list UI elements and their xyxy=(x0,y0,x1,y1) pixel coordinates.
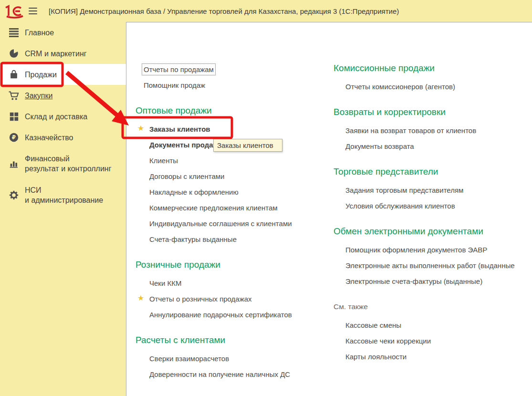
group-header-sm-takzhe: См. также xyxy=(334,302,529,312)
command-zayavki-na-vozvrat[interactable]: Заявки на возврат товаров от клиентов xyxy=(334,127,529,135)
sidebar-item-crm[interactable]: CRM и маркетинг xyxy=(0,43,126,64)
currency-icon: ₽ xyxy=(8,132,20,143)
group-header-obmen-elektronnymi-dokumentami: Обмен электронными документами xyxy=(334,226,529,236)
command-pomoshchnik-eavr[interactable]: Помощник оформления документов ЭАВР xyxy=(334,246,529,254)
group-header-torgovye-predstaviteli: Торговые представители xyxy=(334,167,529,177)
sidebar-item-prodazhi[interactable]: Продажи xyxy=(0,64,126,85)
group-header-roznichnye-prodazhi: Розничные продажи xyxy=(136,260,331,270)
section-panel: Главное CRM и маркетинг Продажи Закупки xyxy=(0,22,126,396)
command-pomoshchnik-prodazh[interactable]: Помощник продаж xyxy=(136,82,331,89)
group-header-raschety-s-klientami: Расчеты с клиентами xyxy=(136,335,331,345)
command-otchety-komissionerov[interactable]: Отчеты комиссионеров (агентов) xyxy=(334,83,529,91)
sidebar-item-nsi-administrirovanie[interactable]: НСИи администрирование xyxy=(0,179,126,211)
svg-text:₽: ₽ xyxy=(12,134,16,141)
group-header-komissionnye-prodazhi: Комиссионные продажи xyxy=(334,63,529,73)
command-individualnye-soglasheniya[interactable]: Индивидуальные соглашения с клиентами xyxy=(136,220,331,228)
section-function-panel: Отчеты по продажам Помощник продаж Оптов… xyxy=(126,22,532,396)
right-column: Комиссионные продажи Отчеты комиссионеро… xyxy=(334,63,529,369)
tooltip: Заказы клиентов xyxy=(213,139,282,152)
command-dogovory-s-klientami[interactable]: Договоры с клиентами xyxy=(136,173,331,180)
command-kommercheskie-predlozheniya[interactable]: Коммерческие предложения клиентам xyxy=(136,204,331,212)
sidebar-item-sklad[interactable]: Склад и доставка xyxy=(0,106,126,127)
command-zakazy-klientov[interactable]: ★Заказы клиентов xyxy=(136,125,331,133)
command-scheta-faktury-vydannye[interactable]: Счета-фактуры выданные xyxy=(136,236,331,243)
command-zadaniya-torgovym-predstavitelyam[interactable]: Задания торговым представителям xyxy=(334,187,529,194)
command-cheki-kkm[interactable]: Чеки ККМ xyxy=(136,280,331,287)
command-elektronnye-scheta-faktury[interactable]: Электронные счета-фактуры (выданные) xyxy=(334,278,529,285)
command-annulirovanie-sertifikatov[interactable]: Аннулирование подарочных сертификатов xyxy=(136,311,331,319)
sidebar-item-glavnoe[interactable]: Главное xyxy=(0,22,126,43)
command-dokumenty-vozvrata[interactable]: Документы возврата xyxy=(334,143,529,150)
1c-logo xyxy=(4,3,25,19)
command-doverennosti[interactable]: Доверенности на получение наличных ДС xyxy=(136,371,331,378)
app-window: [КОПИЯ] Демонстрационная база / Управлен… xyxy=(0,0,532,396)
bar-chart-icon xyxy=(8,158,20,169)
window-title: [КОПИЯ] Демонстрационная база / Управлен… xyxy=(49,7,399,15)
favorite-star-icon[interactable]: ★ xyxy=(137,125,144,132)
grid-icon xyxy=(8,111,20,122)
shopping-bag-icon xyxy=(8,69,20,80)
command-otchety-po-prodazham[interactable]: Отчеты по продажам xyxy=(136,66,331,73)
command-elektronnye-akty[interactable]: Электронные акты выполненных работ (выда… xyxy=(334,262,529,270)
sidebar-item-finansovyy-rezultat[interactable]: Финансовыйрезультат и контроллинг xyxy=(0,148,126,179)
top-bar: [КОПИЯ] Демонстрационная база / Управлен… xyxy=(0,0,532,22)
gear-icon xyxy=(8,189,20,201)
main-menu-icon[interactable] xyxy=(29,8,37,14)
command-karty-loyalnosti[interactable]: Карты лояльности xyxy=(334,353,529,361)
favorite-star-icon[interactable]: ★ xyxy=(137,294,144,302)
command-nakladnye-k-oformleniyu[interactable]: Накладные к оформлению xyxy=(136,188,331,196)
group-header-vozvraty-i-korrektirovki: Возвраты и корректировки xyxy=(334,107,529,117)
sidebar-item-kaznacheystvo[interactable]: ₽ Казначейство xyxy=(0,127,126,148)
sidebar-item-zakupki[interactable]: Закупки xyxy=(0,85,126,106)
command-klienty[interactable]: Клиенты xyxy=(136,157,331,165)
cart-icon xyxy=(8,90,20,101)
command-kassovye-cheki-korrektsii[interactable]: Кассовые чеки коррекции xyxy=(334,337,529,345)
group-header-optovye-prodazhi: Оптовые продажи xyxy=(136,105,331,115)
pie-chart-icon xyxy=(8,48,20,59)
command-sverki-vzaimoraschetov[interactable]: Сверки взаиморасчетов xyxy=(136,355,331,363)
command-otchety-o-roznichnykh-prodazhakh[interactable]: ★Отчеты о розничных продажах xyxy=(136,295,331,303)
menu-lines-icon xyxy=(8,27,20,38)
command-usloviya-obsluzhivaniya[interactable]: Условия обслуживания клиентов xyxy=(334,202,529,210)
left-column: Отчеты по продажам Помощник продаж Оптов… xyxy=(136,66,331,386)
command-kassovye-smeny[interactable]: Кассовые смены xyxy=(334,322,529,329)
